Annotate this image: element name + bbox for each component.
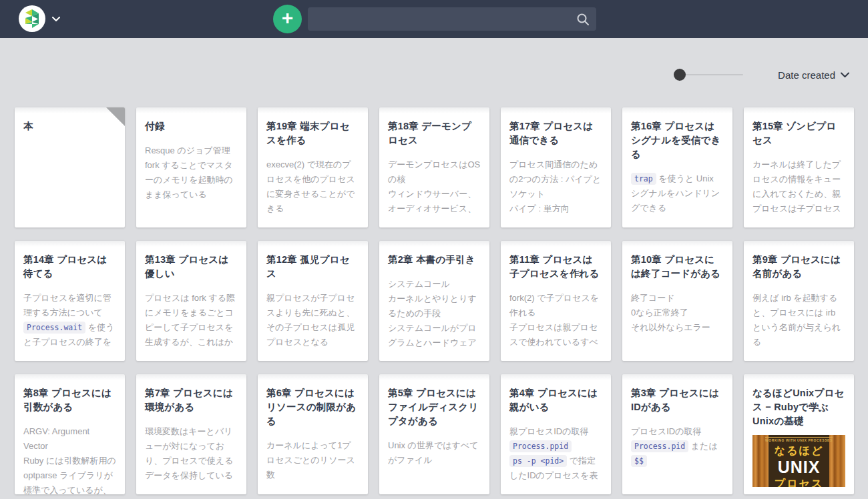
search-input[interactable] bbox=[308, 7, 576, 31]
sort-chevron-down-icon bbox=[841, 72, 849, 78]
card-title: 第3章 プロセスにはIDがある bbox=[631, 386, 724, 414]
card-title: 第8章 プロセスには引数がある bbox=[23, 386, 116, 414]
desc-text: パイプ : 単方向 bbox=[509, 203, 570, 213]
desc-text: 例えば irb を起動すると、プロセスには irb という名前が与えられる bbox=[752, 293, 841, 347]
desc-line: 環境変数はキーとバリューが対になっており、プロセスで使えるデータを保持している bbox=[145, 424, 238, 483]
page-card[interactable]: 付録Resque のジョブ管理fork することでマスターのメモリを起動時のまま… bbox=[136, 107, 246, 227]
card-description: 例えば irb を起動すると、プロセスには irb という名前が与えられる bbox=[752, 291, 845, 350]
card-description: システムコールカーネルとやりとりするための手段システムコールがプログラムとハード… bbox=[388, 277, 481, 350]
page-card[interactable]: 第10章 プロセスには終了コードがある終了コード0なら正常終了それ以外ならエラー bbox=[622, 241, 732, 361]
desc-text: 親プロセスが子プロセスよりも先に死ぬと、その子プロセスは孤児プロセスとなる bbox=[266, 293, 355, 347]
desc-line: カーネルとやりとりするための手段 bbox=[388, 292, 481, 321]
card-description: 親プロセスが子プロセスよりも先に死ぬと、その子プロセスは孤児プロセスとなる bbox=[266, 291, 359, 350]
desc-text: 親プロセスIDの取得 bbox=[509, 426, 589, 436]
card-title: 第16章 プロセスはシグナルを受信できる bbox=[631, 119, 724, 161]
desc-text: デーモンプロセスはOSの核 bbox=[388, 159, 480, 184]
page-card[interactable]: 第11章 プロセスは子プロセスを作れるfork(2) で子プロセスを作れる子プロ… bbox=[501, 241, 611, 361]
desc-line: プロセス間通信のための2つの方法 : パイプとソケット bbox=[509, 157, 602, 201]
desc-text: システムコールがプログラムとハードウェア bbox=[388, 323, 477, 348]
inline-code: Process.wait bbox=[23, 322, 85, 334]
page-card[interactable]: 第2章 本書の手引きシステムコールカーネルとやりとりするための手段システムコール… bbox=[379, 241, 489, 361]
slider-knob[interactable] bbox=[674, 69, 686, 81]
inline-code: $$ bbox=[631, 455, 647, 467]
page-card[interactable]: 第6章 プロセスにはリソースの制限があるカーネルによって1プロセスごとのリソース… bbox=[258, 374, 368, 494]
card-description: 環境変数はキーとバリューが対になっており、プロセスで使えるデータを保持している bbox=[145, 424, 238, 483]
page-card[interactable]: 第9章 プロセスには名前がある例えば irb を起動すると、プロセスには irb… bbox=[744, 241, 854, 361]
page-card[interactable]: 第14章 プロセスは待てる子プロセスを適切に管理する方法についてProcess.… bbox=[15, 241, 125, 361]
desc-line: プロセスIDの取得 bbox=[631, 424, 724, 439]
desc-text: システムコール bbox=[388, 279, 450, 289]
page-card[interactable]: 第4章 プロセスには親がいる親プロセスIDの取得Process.ppidps -… bbox=[501, 374, 611, 494]
new-page-button[interactable]: + bbox=[273, 5, 302, 33]
book-cover-line: UNIX bbox=[778, 458, 821, 477]
card-description: 終了コード0なら正常終了それ以外ならエラー bbox=[631, 291, 724, 335]
desc-line: Resque のジョブ管理 bbox=[145, 143, 238, 158]
book-cover-line: プロセス bbox=[775, 477, 824, 488]
page-card[interactable]: 第16章 プロセスはシグナルを受信できるtrap を使うと Unix シグナルを… bbox=[622, 107, 732, 227]
desc-line: 0なら正常終了 bbox=[631, 306, 724, 320]
sort-dropdown[interactable]: Date created bbox=[778, 69, 849, 81]
desc-line: fork することでマスターのメモリを起動時のまま保っている bbox=[145, 158, 238, 202]
page-card[interactable]: 第3章 プロセスにはIDがあるプロセスIDの取得Process.pid または$… bbox=[622, 374, 732, 494]
page-card[interactable]: 本 bbox=[15, 107, 125, 227]
desc-text: カーネルとやりとりするための手段 bbox=[388, 294, 477, 318]
desc-text: プロセス間通信のための2つの方法 : パイプとソケット bbox=[509, 159, 601, 199]
inline-code: trap bbox=[631, 173, 656, 185]
card-description: プロセスは fork する際にメモリをまるごとコピーして子プロセスを生成するが、… bbox=[145, 291, 238, 350]
search-bar bbox=[308, 7, 596, 31]
card-title: 第14章 プロセスは待てる bbox=[23, 253, 116, 281]
desc-line: Process.pid または bbox=[631, 439, 724, 454]
book-cover-panel: WORKING WITH UNIX PROCESSESなるほどUNIXプロセス bbox=[769, 435, 829, 487]
card-description: カーネルによって1プロセスごとのリソース数 bbox=[266, 438, 359, 482]
grid-size-slider[interactable] bbox=[674, 66, 743, 83]
desc-line: 子プロセスは親プロセスで使われているすべ bbox=[509, 320, 602, 350]
page-card[interactable]: 第8章 プロセスには引数があるARGV: Argument VectorRuby… bbox=[15, 374, 125, 494]
card-title: 第5章 プロセスにはファイルディスクリプタがある bbox=[388, 386, 481, 428]
page-card[interactable]: 第17章 プロセスは通信できるプロセス間通信のための2つの方法 : パイプとソケ… bbox=[501, 107, 611, 227]
book-cover-image: WORKING WITH UNIX PROCESSESなるほどUNIXプロセス bbox=[752, 435, 845, 487]
page-card[interactable]: 第18章 デーモンプロセスデーモンプロセスはOSの核ウィンドウサーバー、オーディ… bbox=[379, 107, 489, 227]
card-description: 親プロセスIDの取得Process.ppidps -p <pid> で指定したI… bbox=[509, 424, 602, 483]
desc-line: Process.ppid bbox=[509, 439, 602, 454]
inline-code: Process.pid bbox=[631, 440, 688, 452]
desc-line: 終了コード bbox=[631, 291, 724, 306]
desc-text: 終了コード bbox=[631, 293, 675, 303]
project-switcher[interactable] bbox=[19, 5, 60, 32]
desc-line: 例えば irb を起動すると、プロセスには irb という名前が与えられる bbox=[752, 291, 845, 350]
desc-text: fork(2) で子プロセスを作れる bbox=[509, 293, 599, 318]
page-card[interactable]: 第15章 ゾンビプロセスカーネルは終了したプロセスの情報をキューに入れておくため… bbox=[744, 107, 854, 227]
desc-text: または bbox=[688, 441, 718, 451]
desc-line: 親プロセスが子プロセスよりも先に死ぬと、その子プロセスは孤児プロセスとなる bbox=[266, 291, 359, 350]
desc-line: Ruby には引数解析用の optparse ライブラリが標準で入っているが、 bbox=[23, 454, 116, 494]
page-card[interactable]: 第12章 孤児プロセス親プロセスが子プロセスよりも先に死ぬと、その子プロセスは孤… bbox=[258, 241, 368, 361]
card-grid: 本付録Resque のジョブ管理fork することでマスターのメモリを起動時のま… bbox=[15, 107, 854, 494]
desc-line: オーディオサービス、 bbox=[388, 201, 481, 216]
desc-text: カーネルは終了したプロセスの情報をキューに入れておくため、親プロセスは子プロセス bbox=[752, 159, 841, 213]
page-card[interactable]: 第7章 プロセスには環境がある環境変数はキーとバリューが対になっており、プロセス… bbox=[136, 374, 246, 494]
card-title: 第10章 プロセスには終了コードがある bbox=[631, 253, 724, 281]
desc-text: fork することでマスターのメモリを起動時のまま保っている bbox=[145, 160, 233, 199]
page-card[interactable]: 第19章 端末プロセスを作るexecve(2) で現在のプロセスを他のプロセスに… bbox=[258, 107, 368, 227]
card-title: なるほどUnixプロセス − Rubyで学ぶUnixの基礎 bbox=[752, 386, 845, 428]
desc-line: それ以外ならエラー bbox=[631, 320, 724, 335]
page-card[interactable]: 第5章 プロセスにはファイルディスクリプタがあるUnix の世界ではすべてがファ… bbox=[379, 374, 489, 494]
desc-line: ps -p <pid> で指定したIDのプロセスを表 bbox=[509, 454, 602, 483]
page-card[interactable]: なるほどUnixプロセス − Rubyで学ぶUnixの基礎WORKING WIT… bbox=[744, 374, 854, 494]
search-icon[interactable] bbox=[576, 13, 590, 26]
desc-text: プロセスは fork する際にメモリをまるごとコピーして子プロセスを生成するが、… bbox=[145, 293, 235, 347]
desc-line: パイプ : 単方向 bbox=[509, 201, 602, 216]
desc-line: $$ bbox=[631, 454, 724, 468]
card-title: 本 bbox=[23, 119, 116, 133]
desc-line: システムコール bbox=[388, 277, 481, 292]
page-card[interactable]: 第13章 プロセスは優しいプロセスは fork する際にメモリをまるごとコピーし… bbox=[136, 241, 246, 361]
card-title: 第17章 プロセスは通信できる bbox=[509, 119, 602, 147]
project-chevron-down-icon bbox=[52, 13, 60, 25]
plus-icon: + bbox=[282, 8, 294, 28]
desc-text: カーネルによって1プロセスごとのリソース数 bbox=[266, 440, 355, 480]
card-title: 第7章 プロセスには環境がある bbox=[145, 386, 238, 414]
card-description: 子プロセスを適切に管理する方法についてProcess.wait を使うと子プロセ… bbox=[23, 291, 116, 350]
desc-text: 0なら正常終了 bbox=[631, 308, 688, 318]
desc-text: オーディオサービス、 bbox=[388, 203, 476, 213]
desc-text: 子プロセスを適切に管理する方法について bbox=[23, 293, 112, 318]
card-title: 第2章 本書の手引き bbox=[388, 253, 481, 267]
